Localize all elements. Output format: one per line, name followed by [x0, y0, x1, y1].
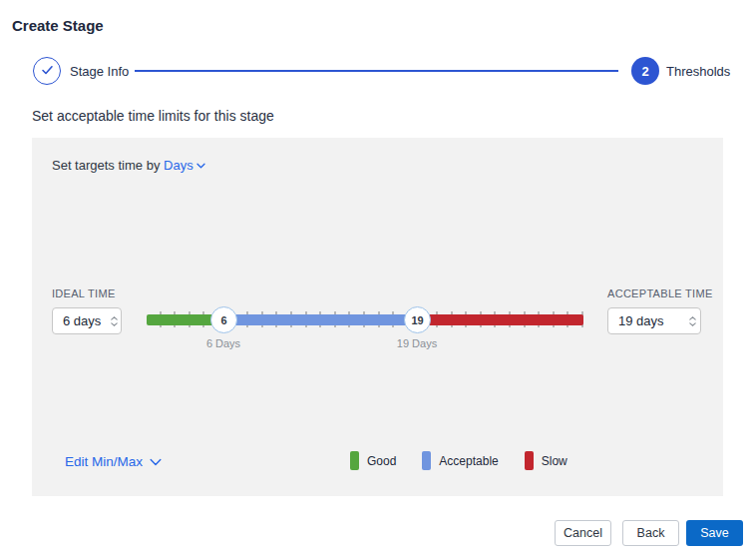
slider-handle-min-value: 6	[220, 314, 226, 326]
edit-minmax-link[interactable]: Edit Min/Max	[65, 454, 162, 469]
acceptable-time-stepper[interactable]	[685, 308, 700, 333]
save-button[interactable]: Save	[686, 520, 743, 546]
unit-selector-value: Days	[164, 158, 193, 173]
acceptable-swatch	[422, 451, 431, 470]
chevron-up-icon[interactable]	[111, 316, 118, 320]
slider-segment-slow[interactable]	[417, 314, 583, 325]
section-heading: Set acceptable time limits for this stag…	[32, 108, 274, 124]
set-targets-row: Set targets time by Days	[52, 157, 205, 173]
chevron-down-icon	[196, 157, 205, 172]
slow-swatch	[525, 451, 534, 470]
ideal-time-input-wrap	[52, 307, 122, 334]
slider-segment-acceptable[interactable]	[223, 314, 417, 325]
thresholds-panel: Set targets time by Days IDEAL TIME ACCE…	[32, 138, 723, 496]
back-button[interactable]: Back	[622, 520, 679, 546]
legend-label: Acceptable	[439, 454, 498, 468]
chevron-down-icon	[150, 454, 162, 469]
good-swatch	[350, 451, 359, 470]
slider-handle-max-caption: 19 Days	[385, 337, 449, 349]
unit-selector[interactable]: Days	[164, 158, 205, 173]
ideal-time-stepper[interactable]	[107, 308, 121, 333]
acceptable-time-input[interactable]	[608, 313, 685, 328]
edit-minmax-label: Edit Min/Max	[65, 454, 143, 469]
cancel-button[interactable]: Cancel	[555, 520, 611, 546]
acceptable-time-label: ACCEPTABLE TIME	[607, 287, 713, 299]
legend-item-good: Good	[350, 451, 396, 470]
page-title: Create Stage	[12, 17, 104, 34]
slider-legend: Good Acceptable Slow	[350, 451, 593, 470]
acceptable-time-input-wrap	[607, 307, 701, 334]
step-thresholds-circle[interactable]: 2	[631, 57, 659, 85]
set-targets-label: Set targets time by	[52, 158, 160, 173]
slider-handle-min-caption: 6 Days	[191, 337, 255, 349]
slider-handle-max-value: 19	[411, 314, 423, 326]
step-thresholds-label: Thresholds	[666, 64, 730, 79]
legend-item-slow: Slow	[525, 451, 567, 470]
chevron-down-icon[interactable]	[689, 322, 696, 326]
step-stage-info-label: Stage Info	[70, 64, 129, 79]
slider-handle-min[interactable]: 6	[210, 306, 237, 333]
stepper-connector-line	[135, 70, 618, 72]
legend-label: Good	[367, 454, 396, 468]
ideal-time-input[interactable]	[53, 313, 107, 328]
slider-handle-max[interactable]: 19	[404, 306, 431, 333]
legend-item-acceptable: Acceptable	[422, 451, 498, 470]
chevron-up-icon[interactable]	[689, 316, 696, 320]
create-stage-dialog: Create Stage Stage Info 2 Thresholds Set…	[0, 0, 756, 559]
legend-label: Slow	[542, 454, 567, 468]
step-stage-info-circle[interactable]	[33, 57, 61, 85]
chevron-down-icon[interactable]	[111, 322, 118, 326]
step-number: 2	[641, 64, 648, 79]
check-icon	[41, 62, 54, 80]
ideal-time-label: IDEAL TIME	[52, 287, 116, 299]
